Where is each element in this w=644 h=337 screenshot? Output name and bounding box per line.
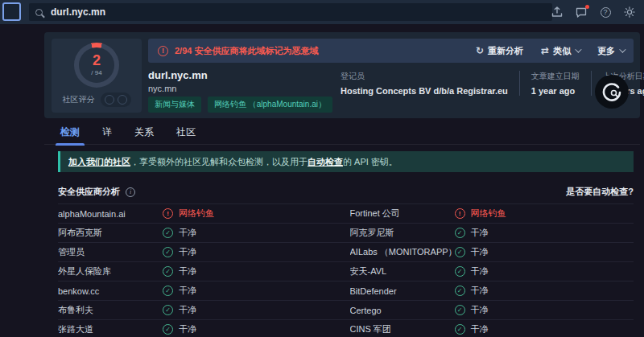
vendor-cell: CINS 军团✓干净 — [350, 320, 634, 337]
crowdsourced-context-badge[interactable] — [595, 75, 629, 109]
detection-alert-strip: ! 2/94 安全供应商将此域标记为恶意域 ↻ 重新分析 ⇄ 类似 更多 — [148, 39, 634, 63]
vendor-status-label: 干净 — [179, 227, 196, 239]
vendor-name: benkow.cc — [58, 286, 163, 296]
meta-label: 登记员 — [341, 71, 508, 82]
table-row: 张路大道✓干净CINS 军团✓干净 — [58, 319, 634, 337]
similar-button[interactable]: ⇄ 类似 — [541, 45, 580, 57]
report-header-card: 2 / 94 社区评分 ! 2/94 安全供应商将此域标记为恶意域 ↻ 重新分析… — [44, 32, 640, 118]
vote-up-icon[interactable] — [105, 95, 114, 105]
vendor-status: !网络钓鱼 — [163, 208, 214, 220]
info-icon[interactable]: i — [126, 187, 135, 197]
tab-3[interactable]: 关系 — [134, 121, 154, 145]
report-tabs: 检测详关系社区 — [44, 121, 640, 145]
notifications-icon[interactable] — [575, 6, 588, 18]
community-vote-toggle[interactable] — [101, 92, 131, 107]
vendor-status-label: 干净 — [179, 246, 196, 258]
table-row: benkow.cc✓干净BitDefender✓干净 — [58, 281, 634, 300]
domain-tag[interactable]: 网络钓鱼 （alphaMountain.ai） — [208, 97, 332, 113]
join-community-link[interactable]: 加入我们的社区 — [68, 157, 130, 166]
reanalyze-button[interactable]: ↻ 重新分析 — [476, 45, 523, 57]
check-circle-icon: ✓ — [455, 266, 465, 277]
help-icon[interactable]: ? — [599, 6, 612, 18]
automate-check-question-link[interactable]: 是否要自动检查? — [566, 186, 634, 198]
vendor-status-label: 干净 — [179, 265, 196, 277]
check-circle-icon: ✓ — [163, 228, 173, 238]
vendor-status: !网络钓鱼 — [455, 208, 506, 220]
vendor-status: ✓干净 — [163, 304, 196, 316]
vendor-cell: Certego✓干净 — [350, 301, 634, 319]
table-row: 阿布西克斯✓干净阿克罗尼斯✓干净 — [58, 223, 634, 242]
search-input[interactable] — [51, 6, 546, 18]
vendor-name: 外星人保险库 — [58, 265, 163, 277]
vendor-status-label: 干净 — [471, 323, 489, 335]
check-circle-icon: ✓ — [163, 247, 173, 257]
vendor-status-label: 干净 — [471, 285, 489, 297]
vendor-name: 安天-AVL — [350, 265, 455, 277]
more-button[interactable]: 更多 — [597, 45, 624, 57]
automate-checks-link[interactable]: 自动检查 — [308, 157, 343, 166]
vendor-status: ✓干净 — [455, 246, 489, 258]
tab-1[interactable]: 检测 — [60, 121, 80, 145]
vendor-name: 阿克罗尼斯 — [350, 227, 455, 239]
vendor-status-label: 干净 — [471, 265, 489, 277]
detection-gauge: 2 / 94 — [74, 43, 119, 88]
vendor-status: ✓干净 — [455, 265, 489, 277]
upload-icon[interactable] — [551, 6, 564, 18]
vendor-cell: 外星人保险库✓干净 — [58, 262, 342, 281]
alert-circle-icon: ! — [163, 208, 173, 219]
domain-name: durl.nyc.mn — [148, 69, 208, 81]
vendor-status: ✓干净 — [163, 285, 196, 297]
vendor-cell: 布鲁利夫✓干净 — [58, 301, 342, 319]
vendor-cell: 管理员✓干净 — [58, 243, 342, 261]
vendor-name: 阿布西克斯 — [58, 227, 163, 239]
table-row: alphaMountain.ai!网络钓鱼Fortinet 公司!网络钓鱼 — [58, 203, 634, 223]
domain-tag[interactable]: 新闻与媒体 — [148, 97, 201, 113]
vendor-status: ✓干净 — [455, 285, 489, 297]
vendor-cell: 阿克罗尼斯✓干净 — [350, 224, 634, 242]
vendor-status: ✓干净 — [455, 227, 489, 239]
vendor-name: BitDefender — [350, 286, 455, 296]
meta-value: 1 year ago — [531, 86, 580, 96]
app-logo[interactable] — [2, 2, 21, 21]
refresh-icon: ↻ — [476, 45, 484, 56]
meta-column: 登记员Hosting Concepts BV d/b/a Registrar.e… — [341, 71, 519, 96]
vendor-cell: 张路大道✓干净 — [58, 320, 342, 337]
vote-down-icon[interactable] — [118, 95, 127, 105]
vendor-status-label: 网络钓鱼 — [471, 208, 506, 220]
vendor-cell: 阿布西克斯✓干净 — [58, 224, 342, 242]
check-circle-icon: ✓ — [163, 305, 173, 315]
chevron-down-icon — [575, 46, 581, 52]
table-row: 管理员✓干净AILabs （MONITORAPP）✓干净 — [58, 242, 634, 261]
meta-label: 文章建立日期 — [531, 71, 580, 82]
domain-tags: 新闻与媒体网络钓鱼 （alphaMountain.ai） — [148, 97, 332, 113]
check-circle-icon: ✓ — [163, 324, 173, 335]
vendor-cell: 安天-AVL✓干净 — [350, 262, 634, 281]
parent-domain-link[interactable]: nyc.mn — [148, 84, 176, 93]
vendor-name: Fortinet 公司 — [350, 208, 455, 220]
meta-value: Hosting Concepts BV d/b/a Registrar.eu — [341, 86, 508, 96]
vendor-status: ✓干净 — [163, 265, 196, 277]
detections-count: 2 — [74, 52, 119, 69]
tab-2[interactable]: 详 — [102, 121, 112, 145]
check-circle-icon: ✓ — [455, 324, 465, 335]
vendor-name: alphaMountain.ai — [58, 209, 163, 219]
vendor-cell: benkow.cc✓干净 — [58, 282, 342, 300]
vendor-name: AILabs （MONITORAPP） — [350, 246, 455, 258]
vendors-section-header: 安全供应商分析 i 是否要自动检查? — [58, 186, 634, 198]
detections-total: / 94 — [74, 69, 119, 76]
vendor-cell: alphaMountain.ai!网络钓鱼 — [58, 204, 342, 223]
vendor-name: 张路大道 — [58, 323, 163, 335]
vendor-status-label: 干净 — [471, 246, 489, 258]
community-score-label: 社区评分 — [63, 94, 95, 105]
meta-column: 文章建立日期1 year ago — [519, 71, 591, 96]
check-circle-icon: ✓ — [455, 228, 465, 238]
theme-icon[interactable] — [623, 6, 636, 18]
vendor-status: ✓干净 — [163, 323, 196, 335]
search-bar[interactable] — [29, 3, 552, 21]
tab-4[interactable]: 社区 — [176, 121, 196, 145]
topbar: ? — [0, 0, 644, 24]
check-circle-icon: ✓ — [455, 305, 465, 315]
vendor-name: Certego — [350, 306, 455, 315]
vendor-status-label: 干净 — [471, 304, 489, 316]
section-title: 安全供应商分析 — [58, 186, 120, 198]
